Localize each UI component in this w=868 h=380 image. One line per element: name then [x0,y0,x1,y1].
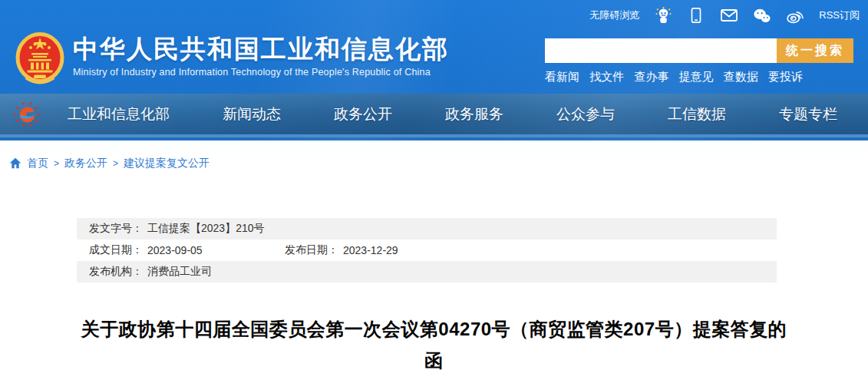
search-button[interactable]: 统一搜索 [777,38,853,63]
breadcrumb: 首页 > 政务公开 > 建议提案复文公开 [0,140,868,171]
topbar-links: 无障碍浏览 [589,6,860,25]
meta-label: 发布机构： [89,265,143,279]
rss-link[interactable]: RSS订阅 [819,8,860,22]
accessibility-link[interactable]: 无障碍浏览 [589,8,639,22]
doc-meta-table: 发文字号： 工信提案【2023】210号 成文日期： 2023-09-05 发布… [77,218,777,283]
meta-value: 工信提案【2023】210号 [147,222,265,236]
quick-link-news[interactable]: 看新闻 [545,70,579,84]
site-title: 中华人民共和国工业和信息化部 [73,34,449,64]
meta-row-doc-number: 发文字号： 工信提案【2023】210号 [77,218,777,240]
quick-link-feedback[interactable]: 提意见 [679,70,714,84]
meta-cell: 成文日期： 2023-09-05 [89,243,285,257]
quick-links: 看新闻 找文件 查办事 提意见 查数据 要投诉 [545,70,803,84]
search-row: 统一搜索 [545,38,853,63]
quick-link-documents[interactable]: 找文件 [589,70,624,84]
nav-item-miit-data[interactable]: 工信数据 [668,104,726,124]
meta-value: 2023-12-29 [343,244,398,256]
home-icon[interactable] [9,157,21,169]
main-nav: 工业和信息化部 新闻动态 政务公开 政务服务 公众参与 工信数据 专题专栏 [0,94,868,137]
wechat-icon[interactable] [753,6,771,25]
meta-cell: 发布日期： 2023-12-29 [285,243,398,257]
meta-value: 2023-09-05 [147,244,203,256]
meta-cell: 发文字号： 工信提案【2023】210号 [89,222,265,236]
topbar: 无障碍浏览 [0,0,868,31]
breadcrumb-current[interactable]: 建议提案复文公开 [124,157,210,170]
meta-cell: 发布机构： 消费品工业司 [89,265,212,279]
brand[interactable]: 中华人民共和国工业和信息化部 Ministry of Industry and … [15,31,449,91]
site-subtitle-en: Ministry of Industry and Information Tec… [73,67,449,78]
meta-label: 成文日期： [89,243,143,257]
nav-item-gov-openness[interactable]: 政务公开 [334,104,392,124]
meta-label: 发布日期： [285,243,338,257]
brand-text: 中华人民共和国工业和信息化部 Ministry of Industry and … [73,31,449,78]
nav-item-gov-services[interactable]: 政务服务 [445,104,503,124]
quick-link-data[interactable]: 查数据 [724,70,758,84]
meta-value: 消费品工业司 [147,265,212,279]
quick-link-complaint[interactable]: 要投诉 [768,70,803,84]
weibo-icon[interactable] [786,6,804,25]
miit-logo-icon [12,100,41,129]
meta-row-agency: 发布机构： 消费品工业司 [77,261,777,283]
nav-item-public-participation[interactable]: 公众参与 [556,104,615,124]
quick-link-services[interactable]: 查办事 [634,70,668,84]
search-area: 统一搜索 看新闻 找文件 查办事 提意见 查数据 要投诉 [545,31,853,84]
site-header: 无障碍浏览 [0,0,868,140]
breadcrumb-separator: > [54,158,59,169]
mobile-icon[interactable] [687,6,705,25]
meta-label: 发文字号： [89,222,143,236]
breadcrumb-separator: > [113,158,118,169]
nav-item-news[interactable]: 新闻动态 [223,104,281,124]
content: 首页 > 政务公开 > 建议提案复文公开 发文字号： 工信提案【2023】210… [0,140,868,376]
meta-row-dates: 成文日期： 2023-09-05 发布日期： 2023-12-29 [77,240,777,261]
breadcrumb-home[interactable]: 首页 [27,157,48,170]
page: 无障碍浏览 [0,0,868,380]
header-main: 中华人民共和国工业和信息化部 Ministry of Industry and … [0,31,868,94]
document-title: 关于政协第十四届全国委员会第一次会议第04270号（商贸监管类207号）提案答复… [81,313,787,376]
mascot-robot-icon[interactable] [654,6,672,25]
national-emblem-icon [15,31,64,91]
email-icon[interactable] [720,6,738,25]
nav-items: 工业和信息化部 新闻动态 政务公开 政务服务 公众参与 工信数据 专题专栏 [68,104,837,124]
nav-item-special-topics[interactable]: 专题专栏 [779,104,837,124]
breadcrumb-gov-openness[interactable]: 政务公开 [64,157,107,170]
search-input[interactable] [545,38,777,63]
nav-item-miit[interactable]: 工业和信息化部 [68,104,170,124]
